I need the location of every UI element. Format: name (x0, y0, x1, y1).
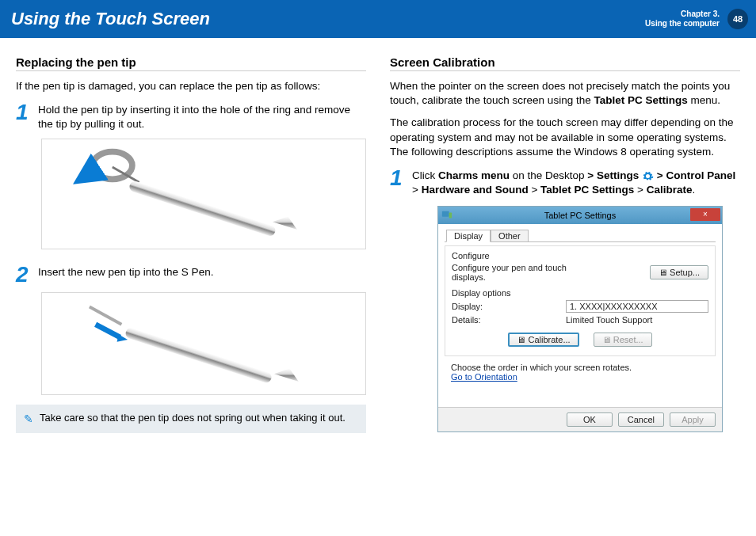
configure-heading: Configure (452, 251, 708, 260)
page-number-badge: 48 (727, 9, 748, 29)
setup-button[interactable]: 🖥 Setup... (650, 265, 708, 279)
step-text: Insert the new pen tip into the S Pen. (38, 264, 213, 279)
step-text: Click Charms menu on the Desktop > Setti… (412, 167, 740, 197)
left-step-2: 2 Insert the new pen tip into the S Pen. (16, 264, 366, 286)
dialog-footer: OK Cancel Apply (438, 407, 722, 431)
tab-display[interactable]: Display (446, 230, 491, 242)
chapter-line1: Chapter 3. (645, 10, 720, 19)
cancel-button[interactable]: Cancel (618, 412, 664, 427)
svg-line-3 (90, 306, 121, 324)
pen-remove-svg (67, 144, 342, 243)
go-to-orientation-link[interactable]: Go to Orientation (451, 372, 517, 382)
orientation-note: Choose the order in which your screen ro… (445, 361, 716, 383)
dialog-app-icon (441, 209, 452, 220)
close-button[interactable]: × (690, 208, 720, 221)
pen-remove-illustration (41, 139, 366, 249)
step-text: Hold the pen tip by inserting it into th… (38, 101, 366, 131)
chapter-info: Chapter 3. Using the computer (645, 10, 720, 29)
ok-button[interactable]: OK (567, 412, 613, 427)
dialog-body: DisplayOther Configure Configure your pe… (438, 224, 722, 407)
page-header: Using the Touch Screen Chapter 3. Using … (0, 0, 756, 38)
calibration-para1: When the pointer on the screen does not … (390, 79, 740, 108)
left-column: Replacing the pen tip If the pen tip is … (16, 55, 366, 433)
svg-rect-4 (124, 326, 272, 383)
tablet-pc-settings-dialog: Tablet PC Settings × DisplayOther Config… (437, 206, 723, 432)
display-label: Display: (452, 302, 483, 311)
right-column: Screen Calibration When the pointer on t… (390, 55, 740, 433)
right-step-1: 1 Click Charms menu on the Desktop > Set… (390, 167, 740, 197)
note-text: Take care so that the pen tip does not s… (40, 411, 346, 425)
dialog-tabs: DisplayOther (445, 229, 716, 242)
details-value: Limited Touch Support (566, 315, 708, 325)
configure-text: Configure your pen and touch displays. (452, 263, 578, 282)
note-box: ✎ Take care so that the pen tip does not… (16, 405, 366, 433)
display-select[interactable]: 1. XXXX|XXXXXXXXX (566, 300, 708, 313)
reset-button[interactable]: 🖥 Reset... (594, 333, 652, 347)
header-right-group: Chapter 3. Using the computer 48 (645, 9, 748, 29)
section-title-calibration: Screen Calibration (390, 55, 740, 71)
gear-icon (642, 170, 654, 182)
pen-insert-illustration (41, 292, 366, 395)
svg-rect-2 (128, 180, 276, 237)
details-label: Details: (452, 315, 481, 325)
pen-insert-svg (67, 298, 342, 390)
intro-text: If the pen tip is damaged, you can repla… (16, 79, 366, 93)
calibrate-button[interactable]: 🖥 Calibrate... (508, 333, 578, 347)
svg-rect-6 (449, 212, 452, 218)
left-step-1: 1 Hold the pen tip by inserting it into … (16, 101, 366, 131)
page-title: Using the Touch Screen (11, 9, 210, 29)
configure-frame: Configure Configure your pen and touch d… (445, 245, 716, 356)
content-area: Replacing the pen tip If the pen tip is … (0, 38, 756, 441)
tab-other[interactable]: Other (491, 230, 529, 242)
note-icon: ✎ (24, 412, 33, 427)
step-number: 2 (16, 264, 30, 286)
section-title-replacing: Replacing the pen tip (16, 55, 366, 71)
dialog-title: Tablet PC Settings (544, 211, 617, 220)
calibration-para2: The calibration process for the touch sc… (390, 116, 740, 159)
dialog-titlebar: Tablet PC Settings × (438, 207, 722, 224)
step-number: 1 (16, 101, 30, 124)
display-options-heading: Display options (452, 288, 708, 298)
step-number: 1 (390, 167, 404, 189)
apply-button[interactable]: Apply (670, 412, 716, 427)
chapter-line2: Using the computer (645, 19, 720, 29)
svg-rect-5 (442, 211, 449, 216)
